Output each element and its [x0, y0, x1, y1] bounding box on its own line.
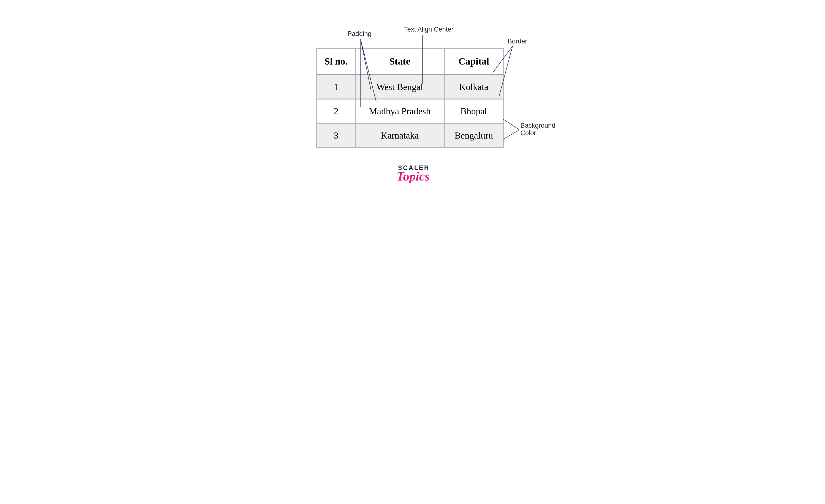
annotation-background-color: Background Color [521, 122, 555, 137]
leader-line-text-align [422, 35, 423, 84]
diagram-canvas: Padding Text Align Center Border Backgro… [243, 0, 583, 208]
annotation-padding: Padding [348, 30, 372, 38]
annotation-text-align-center: Text Align Center [404, 26, 454, 33]
table-row: 2 Madhya Pradesh Bhopal [317, 99, 504, 123]
cell-capital: Bhopal [444, 99, 504, 123]
cell-sl: 1 [317, 75, 356, 99]
table-row: 3 Karnataka Bengaluru [317, 123, 504, 148]
svg-line-5 [503, 119, 519, 130]
cell-capital: Bengaluru [444, 123, 504, 148]
cell-sl: 3 [317, 123, 356, 148]
scaler-topics-logo: SCALER Topics [398, 164, 430, 184]
cell-capital: Kolkata [444, 75, 504, 99]
leader-line-padding-vertical [361, 39, 361, 107]
table-row: 1 West Bengal Kolkata [317, 75, 504, 99]
header-state: State [356, 48, 444, 75]
annotation-border: Border [508, 38, 527, 45]
cell-state: West Bengal [356, 75, 444, 99]
cell-state: Madhya Pradesh [356, 99, 444, 123]
annotation-background-color-line1: Background [521, 122, 555, 129]
annotation-background-color-line2: Color [521, 129, 536, 137]
header-sl-no: Sl no. [317, 48, 356, 75]
cell-state: Karnataka [356, 123, 444, 148]
cell-sl: 2 [317, 99, 356, 123]
logo-line-topics: Topics [397, 169, 430, 184]
states-table: Sl no. State Capital 1 West Bengal Kolka… [316, 48, 504, 148]
svg-line-6 [503, 130, 519, 140]
table-header-row: Sl no. State Capital [317, 48, 504, 75]
header-capital: Capital [444, 48, 504, 75]
